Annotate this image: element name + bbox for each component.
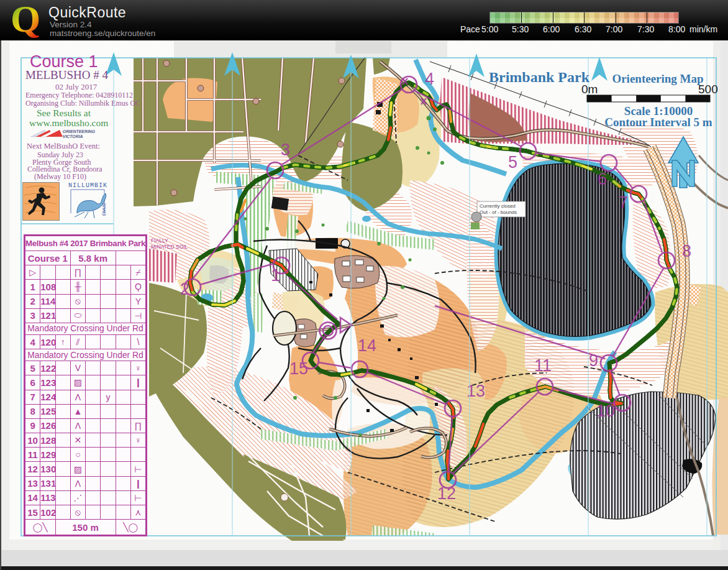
svg-text:0m: 0m bbox=[581, 83, 598, 96]
svg-text:Out - of - bounds: Out - of - bounds bbox=[480, 209, 517, 215]
svg-text:6: 6 bbox=[598, 170, 607, 188]
svg-text:EMUS: EMUS bbox=[102, 203, 106, 216]
svg-text:8: 8 bbox=[682, 242, 691, 260]
svg-text:NILLUMBIK: NILLUMBIK bbox=[68, 182, 107, 189]
svg-text:4: 4 bbox=[425, 70, 434, 88]
svg-text:3: 3 bbox=[281, 140, 290, 159]
svg-text:2: 2 bbox=[180, 280, 189, 298]
svg-text:Currently closed: Currently closed bbox=[480, 203, 516, 209]
svg-text:MINATED SOIL: MINATED SOIL bbox=[151, 244, 188, 250]
svg-text:5: 5 bbox=[508, 153, 517, 172]
svg-text:15: 15 bbox=[289, 359, 308, 378]
svg-text:9: 9 bbox=[589, 351, 598, 370]
svg-text:14: 14 bbox=[358, 336, 376, 355]
svg-text:VICTORIA: VICTORIA bbox=[63, 134, 83, 139]
svg-text:1: 1 bbox=[271, 266, 280, 285]
svg-text:11: 11 bbox=[534, 356, 552, 375]
svg-text:FIALLY: FIALLY bbox=[151, 237, 168, 244]
svg-text:7: 7 bbox=[619, 193, 628, 212]
svg-text:12: 12 bbox=[437, 484, 456, 503]
svg-text:Contour Interval 5 m: Contour Interval 5 m bbox=[604, 116, 712, 129]
svg-text:Brimbank Park: Brimbank Park bbox=[489, 69, 590, 85]
svg-text:Q: Q bbox=[11, 2, 40, 40]
svg-text:Orienteering Map: Orienteering Map bbox=[612, 72, 703, 85]
svg-text:500: 500 bbox=[698, 83, 718, 96]
svg-text:10: 10 bbox=[596, 402, 615, 420]
svg-text:ORIENTEERING: ORIENTEERING bbox=[63, 129, 96, 134]
